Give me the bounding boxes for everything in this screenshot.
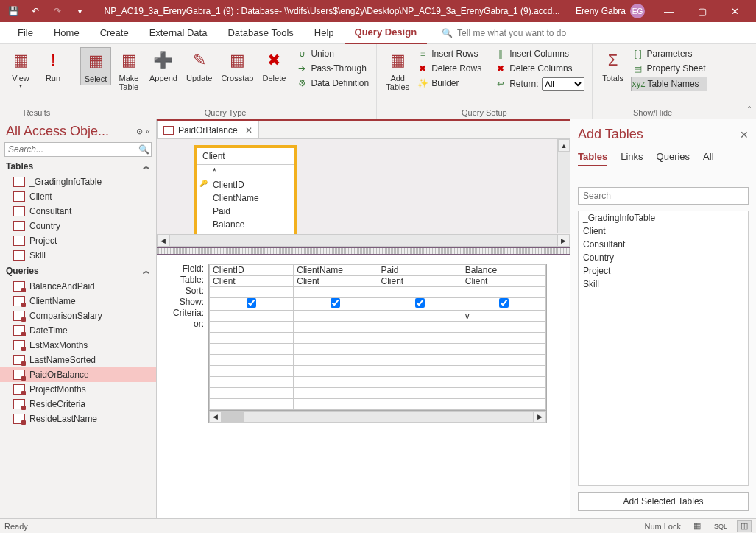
scroll-right-icon[interactable]: ▶ bbox=[534, 411, 546, 423]
grid-cell[interactable] bbox=[294, 399, 378, 410]
grid-cell[interactable] bbox=[210, 344, 294, 355]
grid-cell[interactable] bbox=[294, 322, 378, 333]
grid-cell[interactable] bbox=[462, 287, 545, 298]
minimize-button[interactable]: ― bbox=[652, 0, 685, 22]
delete-rows-button[interactable]: ✖Delete Rows bbox=[415, 62, 483, 75]
grid-cell[interactable]: Balance bbox=[462, 265, 545, 276]
horizontal-scrollbar[interactable]: ◀ ▶ bbox=[157, 234, 570, 247]
scroll-left-icon[interactable]: ◀ bbox=[157, 234, 169, 247]
tab-external-data[interactable]: External Data bbox=[139, 22, 218, 44]
add-tables-item[interactable]: Skill bbox=[579, 278, 748, 291]
grid-cell[interactable] bbox=[378, 287, 462, 298]
nav-search-input[interactable] bbox=[5, 143, 136, 156]
at-tab-all[interactable]: All bbox=[703, 151, 713, 166]
return-select[interactable]: All bbox=[542, 77, 584, 91]
undo-icon[interactable]: ↶ bbox=[27, 2, 44, 20]
table-field[interactable]: * bbox=[197, 165, 294, 178]
table-diagram-pane[interactable]: Client *ClientIDClientNamePaidBalanceCal… bbox=[157, 139, 570, 247]
at-tab-tables[interactable]: Tables bbox=[578, 151, 607, 166]
tab-help[interactable]: Help bbox=[304, 22, 345, 44]
add-tables-item[interactable]: Project bbox=[579, 264, 748, 278]
nav-item-query[interactable]: DateTime bbox=[0, 323, 156, 338]
grid-cell[interactable] bbox=[210, 298, 294, 311]
grid-cell[interactable]: Paid bbox=[378, 265, 462, 276]
grid-cell[interactable]: ClientID bbox=[210, 265, 294, 276]
nav-item-table[interactable]: _GradingInfoTable bbox=[0, 174, 156, 189]
add-tables-item[interactable]: Country bbox=[579, 251, 748, 264]
nav-search-icon[interactable]: 🔍 bbox=[136, 143, 151, 156]
grid-cell[interactable] bbox=[378, 399, 462, 410]
grid-cell[interactable] bbox=[294, 366, 378, 377]
builder-button[interactable]: ✨Builder bbox=[415, 77, 483, 90]
vertical-scrollbar[interactable]: ▲ bbox=[557, 139, 570, 233]
grid-cell[interactable] bbox=[378, 355, 462, 366]
grid-horizontal-scrollbar[interactable]: ◀ ▶ bbox=[209, 410, 546, 423]
grid-cell[interactable] bbox=[378, 322, 462, 333]
grid-cell[interactable] bbox=[294, 388, 378, 399]
run-button[interactable]: !Run bbox=[38, 47, 68, 84]
show-checkbox[interactable] bbox=[331, 298, 340, 308]
grid-cell[interactable] bbox=[378, 298, 462, 311]
grid-cell[interactable]: Client bbox=[378, 276, 462, 287]
delete-cols-button[interactable]: ✖Delete Columns bbox=[493, 62, 585, 75]
grid-cell[interactable] bbox=[294, 298, 378, 311]
nav-item-table[interactable]: Skill bbox=[0, 248, 156, 263]
tell-me-search[interactable]: 🔍 Tell me what you want to do bbox=[442, 28, 566, 38]
datadef-button[interactable]: ⚙Data Definition bbox=[294, 77, 370, 90]
grid-cell[interactable]: ClientName bbox=[294, 265, 378, 276]
user-area[interactable]: Ereny Gabra EG bbox=[576, 4, 645, 18]
grid-cell[interactable] bbox=[294, 311, 378, 322]
select-button[interactable]: ▦Select bbox=[80, 47, 111, 85]
sql-view-icon[interactable]: SQL bbox=[713, 520, 728, 532]
delete-button[interactable]: ✖Delete bbox=[259, 47, 289, 84]
redo-icon[interactable]: ↷ bbox=[49, 2, 66, 20]
add-tables-search-input[interactable] bbox=[579, 188, 748, 204]
grid-cell[interactable] bbox=[462, 333, 545, 344]
nav-item-table[interactable]: Consultant bbox=[0, 204, 156, 219]
add-tables-button[interactable]: ▦Add Tables bbox=[383, 47, 412, 93]
design-view-icon[interactable]: ◫ bbox=[737, 520, 752, 532]
tab-create[interactable]: Create bbox=[90, 22, 139, 44]
collapse-ribbon-icon[interactable]: ˄ bbox=[747, 105, 752, 116]
maximize-button[interactable]: ▢ bbox=[685, 0, 718, 22]
nav-item-table[interactable]: Client bbox=[0, 189, 156, 204]
grid-cell[interactable] bbox=[462, 377, 545, 388]
grid-cell[interactable]: v bbox=[462, 311, 545, 322]
grid-cell[interactable] bbox=[462, 388, 545, 399]
nav-item-query[interactable]: LastNameSorted bbox=[0, 353, 156, 367]
nav-item-query[interactable]: PaidOrBalance bbox=[0, 367, 156, 382]
table-field[interactable]: ClientID bbox=[197, 178, 294, 191]
nav-item-query[interactable]: EstMaxMonths bbox=[0, 338, 156, 353]
parameters-button[interactable]: [ ]Parameters bbox=[631, 47, 707, 60]
grid-cell[interactable]: Client bbox=[462, 276, 545, 287]
document-tab[interactable]: PaidOrBalance ✕ bbox=[157, 121, 259, 138]
update-button[interactable]: ✎Update bbox=[183, 47, 215, 84]
view-button[interactable]: ▦View▾ bbox=[6, 47, 35, 91]
totals-button[interactable]: ΣTotals bbox=[598, 47, 628, 84]
grid-cell[interactable] bbox=[462, 399, 545, 410]
pane-splitter[interactable] bbox=[157, 247, 570, 255]
grid-cell[interactable] bbox=[462, 355, 545, 366]
grid-cell[interactable] bbox=[294, 287, 378, 298]
show-checkbox[interactable] bbox=[499, 298, 509, 308]
nav-item-query[interactable]: ProjectMonths bbox=[0, 382, 156, 397]
nav-item-query[interactable]: ComparisonSalary bbox=[0, 308, 156, 323]
insert-cols-button[interactable]: ‖Insert Columns bbox=[493, 47, 585, 60]
grid-cell[interactable] bbox=[378, 311, 462, 322]
nav-section-tables[interactable]: Tables︽ bbox=[0, 158, 156, 174]
nav-section-queries[interactable]: Queries︽ bbox=[0, 263, 156, 279]
insert-rows-button[interactable]: ≡Insert Rows bbox=[415, 47, 483, 60]
tab-home[interactable]: Home bbox=[43, 22, 90, 44]
show-checkbox[interactable] bbox=[415, 298, 425, 308]
grid-cell[interactable] bbox=[210, 322, 294, 333]
scroll-up-icon[interactable]: ▲ bbox=[558, 139, 570, 152]
grid-cell[interactable] bbox=[210, 388, 294, 399]
grid-cell[interactable] bbox=[210, 355, 294, 366]
passthrough-button[interactable]: ➔Pass-Through bbox=[294, 62, 370, 75]
make-table-button[interactable]: ▦Make Table bbox=[114, 47, 144, 93]
grid-cell[interactable] bbox=[462, 344, 545, 355]
add-tables-item[interactable]: _GradingInfoTable bbox=[579, 211, 748, 225]
grid-cell[interactable] bbox=[378, 377, 462, 388]
table-field[interactable]: ClientName bbox=[197, 191, 294, 205]
append-button[interactable]: ➕Append bbox=[146, 47, 180, 84]
